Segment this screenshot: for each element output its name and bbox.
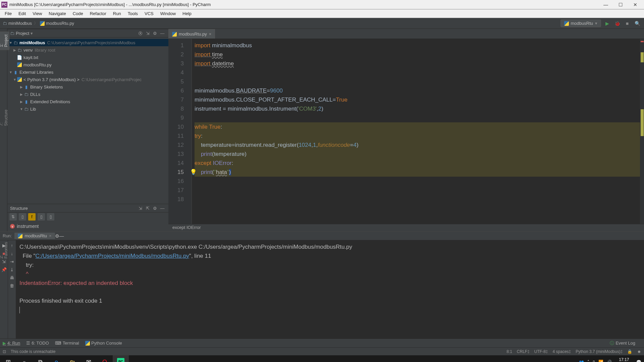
menu-tools[interactable]: Tools [124,11,141,16]
explorer-icon[interactable]: 🗀 [64,355,80,362]
menu-run[interactable]: Run [110,11,124,16]
edge-icon[interactable]: e [48,355,64,362]
code-text[interactable]: import minimalmodbus import time import … [192,39,644,224]
collapse-all-icon[interactable]: ⇱ [144,205,151,212]
menu-view[interactable]: View [29,11,45,16]
close-icon[interactable]: × [49,233,52,238]
pycharm-taskbar-icon[interactable]: PC [113,355,129,362]
clock[interactable]: 17:173.04.2019 [615,357,633,362]
hide-icon[interactable]: — [59,233,64,239]
menu-file[interactable]: File [1,11,15,16]
status-encoding[interactable]: UTF-8 [534,349,546,354]
gear-icon[interactable]: ⚙ [152,205,158,212]
tree-external-libraries[interactable]: ▼▮External Libraries [7,68,168,76]
tree-binary-skeletons[interactable]: ▶▮Binary Skeletons [7,83,168,90]
up-stack-button[interactable]: ↑ [9,242,15,248]
menu-navigate[interactable]: Navigate [45,11,69,16]
menu-edit[interactable]: Edit [15,11,29,16]
soft-wrap-button[interactable]: ⇥ [9,258,15,264]
gear-icon[interactable]: ⚙ [55,233,59,239]
hide-icon[interactable]: — [159,30,166,37]
run-config-selector[interactable]: modbusRtu▾ [560,19,601,27]
search-button[interactable]: ⌕ [16,355,32,362]
down-stack-button[interactable]: ↓ [9,250,15,256]
scroll-end-button[interactable]: ⤓ [9,266,15,273]
tree-python-sdk[interactable]: ▼< Python 3.7 (miniModbus) >C:\Users\arg… [7,76,168,83]
expand-all-icon[interactable]: ⇲ [137,205,144,212]
tool-favorites-tab[interactable]: 2: Favorites [0,239,9,261]
chevron-down-icon[interactable]: ▾ [31,31,33,36]
tool-project-tab[interactable]: 1: Project [0,32,9,50]
tray-chevron-icon[interactable]: ˄ [587,360,589,362]
lock-icon[interactable]: 🔒 [627,349,632,354]
error-stripe[interactable] [640,39,644,224]
battery-icon[interactable]: ▯ [593,360,595,362]
print-button[interactable]: 🖶 [9,275,15,281]
tool-windows-icon[interactable]: ⊡ [3,349,6,354]
tool-event-log[interactable]: ⓘEvent Log [610,340,635,346]
close-tab-icon[interactable]: × [209,32,212,37]
tree-kayit[interactable]: 📄kayit.txt [7,54,168,61]
menu-refactor[interactable]: Refactor [87,11,110,16]
structure-item[interactable]: instrument [17,224,39,229]
status-position[interactable]: 8:1 [506,349,512,354]
people-icon[interactable]: 👥 [579,360,584,362]
intention-bulb-icon[interactable]: 💡 [190,168,197,177]
menu-window[interactable]: Window [157,11,179,16]
code-area[interactable]: 1 2 3 4 5 6 7 8 9 10 11 12 13 14 15 16 1… [168,39,644,224]
tool-structure-tab[interactable]: 7: Structure [0,107,9,129]
run-tab[interactable]: modbusRtu× [14,233,55,239]
tree-lib[interactable]: ▼🗀Lib [7,105,168,113]
mail-icon[interactable]: ✉ [80,355,97,362]
project-tree[interactable]: ▼🗀miniModbusC:\Users\argea\PycharmProjec… [7,38,168,204]
tree-venv[interactable]: ▶🗀venvlibrary root [7,46,168,54]
task-view-button[interactable]: ⧉ [32,355,48,362]
breadcrumb-file[interactable]: modbusRtu.py [40,21,74,26]
filter-icon-2[interactable]: ▯ [38,213,45,221]
notifications-icon[interactable]: 💬 [636,360,641,362]
menu-help[interactable]: Help [179,11,195,16]
pin-button[interactable]: 📌 [1,266,7,273]
fold-column[interactable] [187,39,192,224]
filter-icon-3[interactable]: ▯ [47,213,54,221]
gear-icon[interactable]: ⚙ [152,30,158,37]
sort-icon[interactable]: ⇅ [9,213,17,221]
hide-icon[interactable]: — [159,205,166,212]
opera-icon[interactable]: O [97,355,113,362]
volume-icon[interactable]: 🔊 [607,360,612,362]
clear-button[interactable]: 🗑 [9,283,15,289]
file-link[interactable]: C:/Users/argea/PycharmProjects/miniModbu… [36,253,189,259]
filter-fields-icon[interactable]: f [28,213,36,221]
tool-run[interactable]: ▶4: Run [3,341,20,346]
filter-icon-1[interactable]: ▯ [19,213,26,221]
breadcrumb-root[interactable]: 🗀miniModbus [3,21,32,26]
maximize-button[interactable]: ☐ [613,0,628,9]
run-button[interactable]: ▶ [603,19,611,27]
console-output[interactable]: C:\Users\argea\PycharmProjects\miniModbu… [16,240,644,339]
tree-modbus[interactable]: modbusRtu.py [7,61,168,68]
status-python[interactable]: Python 3.7 (miniModbus) [576,349,620,354]
hector-icon[interactable]: ☻ [637,349,641,354]
editor-tab-modbus[interactable]: modbusRtu.py × [168,29,215,39]
locate-icon[interactable]: ⦿ [137,30,144,37]
menu-code[interactable]: Code [69,11,87,16]
tool-terminal[interactable]: ⌨Terminal [55,341,79,346]
tree-root[interactable]: ▼🗀miniModbusC:\Users\argea\PycharmProjec… [7,39,168,46]
tree-extended-definitions[interactable]: ▶▮Extended Definitions [7,98,168,105]
editor-breadcrumb[interactable]: except IOError [168,224,644,231]
menu-vcs[interactable]: VCS [141,11,157,16]
tree-dlls[interactable]: ▶🗀DLLs [7,90,168,98]
search-everywhere-button[interactable]: 🔍 [633,19,641,27]
tool-python-console[interactable]: Python Console [85,341,122,346]
close-button[interactable]: ✕ [628,0,643,9]
wifi-icon[interactable]: 📶 [598,360,603,362]
stop-button[interactable]: ■ [623,19,631,27]
python-icon [17,77,22,82]
start-button[interactable]: ⊞ [0,355,16,362]
debug-button[interactable]: 🐞 [613,19,621,27]
status-indent[interactable]: 4 spaces [553,349,569,354]
expand-all-icon[interactable]: ⇲ [144,30,151,37]
minimize-button[interactable]: — [598,0,613,9]
status-line-sep[interactable]: CRLF [517,349,527,354]
tool-todo[interactable]: ☰6: TODO [26,341,49,346]
